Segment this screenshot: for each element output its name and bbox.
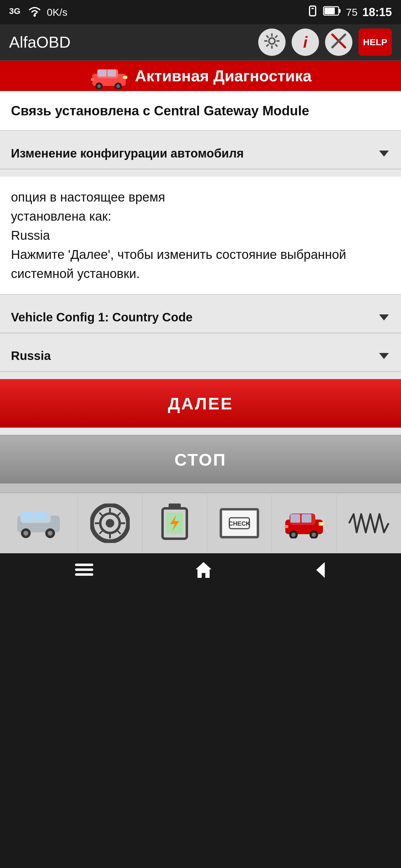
svg-line-14 <box>275 35 277 38</box>
gap-7 <box>0 484 401 493</box>
gear-button[interactable] <box>258 29 286 56</box>
toolbar-red-car-item[interactable] <box>272 494 337 552</box>
banner-title: Активная Диагностика <box>135 67 311 85</box>
connection-text: Связь установлена с Central Gateway Modu… <box>11 103 309 118</box>
toolbar-wheel-item[interactable] <box>78 494 142 552</box>
svg-line-47 <box>117 530 121 534</box>
check-box: CHECK <box>220 508 259 538</box>
app-title: AlfaOBD <box>9 33 249 51</box>
gap-3 <box>0 295 401 302</box>
vehicle-config-dropdown[interactable]: Vehicle Config 1: Country Code <box>0 302 401 333</box>
svg-rect-68 <box>75 573 93 576</box>
svg-rect-2 <box>310 6 316 16</box>
nav-bar <box>0 553 401 587</box>
info-button[interactable]: i <box>292 29 319 56</box>
svg-line-13 <box>275 44 277 46</box>
battery-icon <box>323 5 341 19</box>
config-dropdown[interactable]: Изменение конфигурации автомобиля <box>0 138 401 169</box>
signal-icon: 3G <box>9 4 23 20</box>
status-bar: 3G 0K/s 75 <box>0 0 401 24</box>
svg-marker-69 <box>196 562 211 578</box>
nav-menu-button[interactable] <box>63 559 106 581</box>
svg-text:3G: 3G <box>9 6 20 16</box>
gap-2 <box>0 169 401 177</box>
svg-rect-27 <box>91 78 94 81</box>
svg-line-49 <box>99 530 103 534</box>
info-line1: опция в настоящее время установлена как:… <box>11 188 390 283</box>
bottom-toolbar: CHECK <box>0 493 401 553</box>
russia-dropdown[interactable]: Russia <box>0 341 401 372</box>
stop-text: СТОП <box>174 450 227 469</box>
svg-rect-67 <box>75 568 93 571</box>
svg-rect-3 <box>311 8 314 9</box>
connection-card: Связь установлена с Central Gateway Modu… <box>0 91 401 131</box>
svg-point-61 <box>312 533 316 537</box>
svg-point-41 <box>106 519 114 527</box>
help-button[interactable]: HELP <box>359 29 392 56</box>
time-display: 18:15 <box>363 6 392 19</box>
svg-rect-66 <box>75 564 93 566</box>
gap-4 <box>0 333 401 341</box>
vehicle-config-arrow <box>378 311 390 323</box>
vehicle-config-label: Vehicle Config 1: Country Code <box>11 310 378 324</box>
svg-rect-65 <box>285 525 288 528</box>
svg-marker-28 <box>379 151 389 157</box>
russia-label: Russia <box>11 349 378 363</box>
svg-rect-24 <box>98 70 106 76</box>
speed-text: 0K/s <box>47 6 67 18</box>
nav-back-button[interactable] <box>302 558 338 582</box>
russia-dropdown-arrow <box>378 350 390 362</box>
svg-rect-26 <box>123 76 127 79</box>
svg-rect-38 <box>34 512 47 521</box>
info-icon: i <box>303 33 308 51</box>
svg-rect-5 <box>324 8 335 14</box>
status-left: 3G 0K/s <box>9 4 67 20</box>
svg-rect-63 <box>302 514 311 523</box>
svg-text:CHECK: CHECK <box>229 520 250 527</box>
vibrate-icon <box>307 4 318 20</box>
svg-point-23 <box>116 84 120 88</box>
svg-marker-30 <box>379 353 389 359</box>
header-icons: i HELP <box>258 29 392 56</box>
svg-rect-6 <box>339 9 341 13</box>
svg-line-12 <box>266 35 268 38</box>
wrench-button[interactable] <box>325 29 352 56</box>
toolbar-car-left[interactable] <box>0 494 78 552</box>
main-content: Связь установлена с Central Gateway Modu… <box>0 91 401 493</box>
toolbar-wave-item[interactable] <box>337 494 401 552</box>
toolbar-battery-item[interactable] <box>142 494 207 552</box>
info-card: опция в настоящее время установлена как:… <box>0 177 401 295</box>
stop-button[interactable]: СТОП <box>0 435 401 484</box>
gap-6 <box>0 428 401 435</box>
svg-line-46 <box>99 513 103 517</box>
svg-line-48 <box>117 513 121 517</box>
gap-1 <box>0 131 401 138</box>
svg-point-1 <box>33 14 36 17</box>
toolbar-check-item[interactable]: CHECK <box>207 494 272 552</box>
svg-point-36 <box>48 531 53 536</box>
svg-rect-62 <box>290 514 300 523</box>
config-dropdown-label: Изменение конфигурации автомобиля <box>11 147 378 160</box>
dalee-text: ДАЛЕЕ <box>168 394 233 413</box>
svg-rect-37 <box>21 512 33 521</box>
dalee-button[interactable]: ДАЛЕЕ <box>0 379 401 428</box>
banner-car-icon <box>89 63 129 89</box>
svg-point-21 <box>97 84 101 88</box>
svg-line-15 <box>266 44 268 46</box>
gear-icon <box>264 33 280 52</box>
gap-5 <box>0 372 401 379</box>
active-diagnostics-banner: Активная Диагностика <box>0 61 401 91</box>
svg-marker-70 <box>316 562 325 578</box>
status-right: 75 18:15 <box>307 4 392 20</box>
wrench-icon <box>331 33 347 52</box>
svg-marker-29 <box>379 314 389 320</box>
svg-rect-64 <box>319 522 323 526</box>
config-dropdown-arrow <box>378 148 390 160</box>
nav-home-button[interactable] <box>182 558 225 582</box>
svg-point-34 <box>23 531 28 536</box>
battery-percent: 75 <box>346 6 357 18</box>
svg-point-59 <box>291 533 295 537</box>
svg-rect-25 <box>108 70 116 76</box>
svg-point-7 <box>269 38 275 44</box>
wifi-icon <box>27 5 42 19</box>
